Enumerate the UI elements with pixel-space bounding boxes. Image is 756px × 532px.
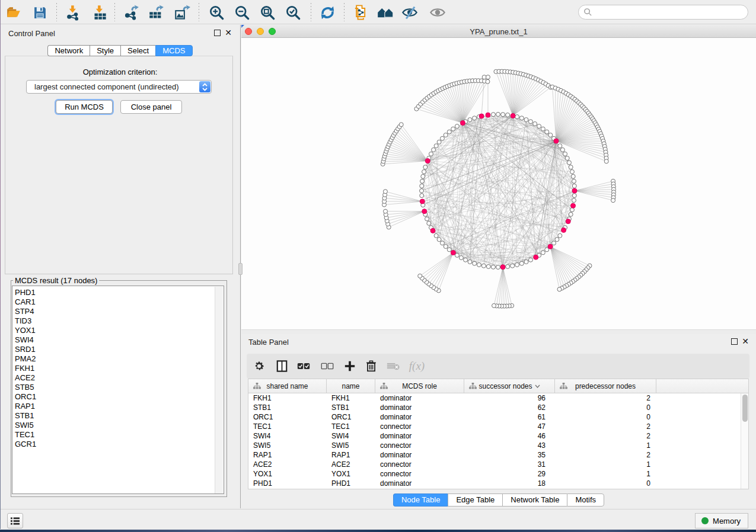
show-all-icon[interactable] (377, 4, 394, 21)
table-tab-node-table[interactable]: Node Table (393, 493, 448, 507)
control-tab-network[interactable]: Network (47, 45, 90, 56)
toggle-panel-icon[interactable] (275, 360, 289, 373)
zoom-selected-icon[interactable] (284, 4, 302, 21)
mcds-result-item[interactable]: ACE2 (15, 373, 36, 383)
export-image-icon[interactable] (173, 4, 191, 21)
control-tab-style[interactable]: Style (90, 45, 120, 56)
search-box[interactable] (578, 5, 748, 20)
hide-selected-icon[interactable] (401, 4, 419, 21)
cell-predecessor_nodes[interactable]: 0 (555, 479, 656, 488)
cell-shared_name[interactable]: YOX1 (248, 470, 327, 478)
cell-predecessor_nodes[interactable]: 1 (555, 441, 656, 450)
network-graph[interactable] (241, 39, 756, 329)
cell-shared_name[interactable]: RAP1 (248, 451, 327, 459)
table-scrollbar[interactable] (741, 393, 748, 489)
cell-name[interactable]: ACE2 (327, 460, 375, 469)
mcds-result-list[interactable]: PHD1CAR1STP4TID3YOX1SWI4SRD1PMA2FKH1ACE2… (12, 286, 224, 494)
column-header-shared-name[interactable]: shared name (248, 379, 327, 393)
task-history-button[interactable] (7, 513, 23, 528)
open-session-icon[interactable] (5, 4, 23, 21)
cell-name[interactable]: STB1 (327, 403, 375, 412)
cell-mcds_role[interactable]: dominator (375, 403, 464, 412)
mcds-result-item[interactable]: CAR1 (15, 297, 36, 307)
cell-shared_name[interactable]: SWI4 (248, 432, 327, 440)
mcds-result-item[interactable]: SRD1 (15, 345, 36, 354)
cell-shared_name[interactable]: PHD1 (248, 479, 327, 488)
cell-mcds_role[interactable]: dominator (375, 479, 464, 488)
table-row-SWI4[interactable]: SWI4SWI4dominator462 (248, 431, 748, 441)
table-row-YOX1[interactable]: YOX1YOX1connector291 (248, 469, 748, 479)
cell-predecessor_nodes[interactable]: 2 (555, 451, 656, 459)
control-tab-mcds[interactable]: MCDS (155, 45, 192, 56)
mcds-result-item[interactable]: STB1 (15, 411, 36, 421)
apply-layout-icon[interactable] (318, 4, 336, 21)
cell-name[interactable]: PHD1 (327, 479, 375, 488)
cell-shared_name[interactable]: TEC1 (248, 422, 327, 431)
settings-gear-icon[interactable] (252, 360, 266, 373)
mcds-result-item[interactable]: PHD1 (15, 288, 36, 297)
cell-shared_name[interactable]: FKH1 (248, 394, 327, 402)
cell-successor_nodes[interactable]: 43 (464, 441, 555, 450)
criterion-select[interactable]: largest connected component (undirected) (26, 80, 212, 94)
cell-shared_name[interactable]: ACE2 (248, 460, 327, 469)
table-row-ORC1[interactable]: ORC1ORC1dominator610 (248, 412, 748, 422)
cell-mcds_role[interactable]: dominator (375, 413, 464, 421)
cell-mcds_role[interactable]: connector (375, 422, 464, 431)
close-panel-button[interactable]: Close panel (120, 100, 182, 114)
export-network-icon[interactable] (122, 4, 140, 21)
memory-button[interactable]: Memory (695, 513, 748, 528)
cell-name[interactable]: ORC1 (327, 413, 375, 421)
cell-predecessor_nodes[interactable]: 2 (555, 432, 656, 440)
cell-name[interactable]: FKH1 (327, 394, 375, 402)
zoom-fit-icon[interactable] (259, 4, 276, 21)
select-all-columns-icon[interactable] (296, 360, 311, 373)
mcds-list-scrollbar[interactable] (215, 287, 223, 494)
vertical-splitter-handle[interactable] (238, 263, 243, 275)
cell-predecessor_nodes[interactable]: 0 (555, 403, 656, 412)
cell-mcds_role[interactable]: connector (375, 441, 464, 450)
search-input[interactable] (592, 7, 748, 18)
show-selected-icon[interactable] (429, 4, 446, 21)
export-table-icon[interactable] (147, 4, 165, 21)
cell-predecessor_nodes[interactable]: 0 (555, 413, 656, 421)
mcds-result-item[interactable]: PMA2 (15, 354, 36, 364)
cell-shared_name[interactable]: ORC1 (248, 413, 327, 421)
table-tab-edge-table[interactable]: Edge Table (448, 493, 502, 507)
cell-name[interactable]: RAP1 (327, 451, 375, 459)
cell-successor_nodes[interactable]: 35 (464, 451, 555, 459)
mcds-result-item[interactable]: YOX1 (15, 326, 36, 335)
run-mcds-button[interactable]: Run MCDS (56, 100, 113, 114)
import-table-icon[interactable] (91, 4, 109, 21)
table-scrollbar-thumb[interactable] (742, 395, 748, 422)
table-row-PHD1[interactable]: PHD1PHD1dominator180 (248, 479, 748, 488)
column-header-name[interactable]: name (327, 379, 375, 393)
mcds-result-item[interactable]: STP4 (15, 307, 36, 316)
save-session-icon[interactable] (31, 4, 49, 21)
new-network-icon[interactable] (351, 4, 369, 21)
cell-successor_nodes[interactable]: 96 (464, 394, 555, 402)
cell-mcds_role[interactable]: dominator (375, 394, 464, 402)
cell-mcds_role[interactable]: connector (375, 460, 464, 469)
cell-name[interactable]: SWI5 (327, 441, 375, 450)
mcds-result-item[interactable]: RAP1 (15, 402, 36, 411)
mcds-result-item[interactable]: TID3 (15, 316, 36, 326)
unselect-all-columns-icon[interactable] (320, 360, 334, 373)
table-tab-motifs[interactable]: Motifs (567, 493, 604, 507)
table-float-icon[interactable] (731, 338, 738, 345)
add-column-icon[interactable] (343, 360, 357, 373)
node-table[interactable]: shared namenameMCDS rolesuccessor nodesp… (248, 379, 749, 489)
float-panel-icon[interactable] (214, 30, 221, 36)
cell-name[interactable]: TEC1 (327, 422, 375, 431)
table-tab-network-table[interactable]: Network Table (502, 493, 567, 507)
cell-successor_nodes[interactable]: 62 (464, 403, 555, 412)
mcds-result-item[interactable]: SWI4 (15, 335, 36, 345)
zoom-out-icon[interactable] (233, 4, 251, 21)
column-header-successor-nodes[interactable]: successor nodes (464, 379, 555, 393)
table-row-TEC1[interactable]: TEC1TEC1connector472 (248, 422, 748, 431)
table-row-RAP1[interactable]: RAP1RAP1dominator352 (248, 450, 748, 460)
cell-predecessor_nodes[interactable]: 1 (555, 460, 656, 469)
cell-predecessor_nodes[interactable]: 1 (555, 470, 656, 478)
cell-successor_nodes[interactable]: 31 (464, 460, 555, 469)
cell-name[interactable]: SWI4 (327, 432, 375, 440)
cell-successor_nodes[interactable]: 46 (464, 432, 555, 440)
